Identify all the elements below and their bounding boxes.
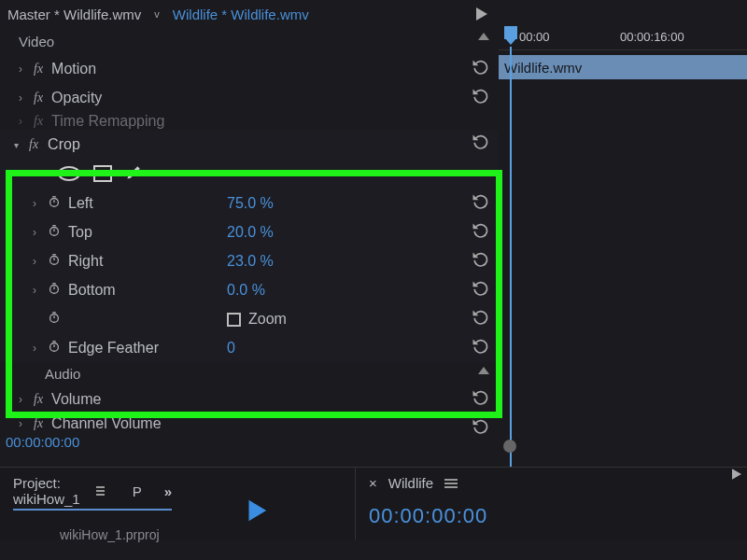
playhead-icon[interactable] xyxy=(504,26,517,39)
play-cursor-icon xyxy=(243,496,271,527)
panel-menu-icon[interactable] xyxy=(444,477,458,490)
fx-icon: fx xyxy=(29,137,38,152)
play-icon[interactable] xyxy=(476,7,487,24)
scroll-knob[interactable] xyxy=(503,440,516,453)
prop-zoom: › Zoom xyxy=(0,304,499,333)
effect-time-remapping[interactable]: › fx Time Remapping xyxy=(0,112,499,131)
stopwatch-icon[interactable] xyxy=(48,311,68,328)
tab-wildlife[interactable]: Wildlife xyxy=(388,475,433,491)
fx-icon: fx xyxy=(34,392,43,407)
caret-up-icon xyxy=(478,367,489,374)
stopwatch-icon[interactable] xyxy=(48,253,68,270)
source-timecode[interactable]: 00:00:00:00 xyxy=(369,504,734,528)
effect-opacity[interactable]: › fx Opacity xyxy=(0,83,499,112)
chevron-down-icon[interactable]: v xyxy=(154,8,160,20)
reset-icon[interactable] xyxy=(471,133,489,155)
overflow-icon[interactable]: » xyxy=(164,483,172,499)
prop-top: › Top 20.0 % xyxy=(0,217,499,246)
time-ruler[interactable]: 00:00 00:00:16:00 xyxy=(499,28,747,50)
rectangle-mask-icon[interactable] xyxy=(93,165,112,182)
chevron-right-icon[interactable]: › xyxy=(19,115,26,128)
chevron-right-icon[interactable]: › xyxy=(33,226,48,239)
value-edge-feather[interactable]: 0 xyxy=(227,340,235,357)
effect-channel-volume[interactable]: › fx Channel Volume xyxy=(0,413,499,434)
value-right[interactable]: 23.0 % xyxy=(227,253,274,270)
panel-menu-icon[interactable] xyxy=(96,484,105,497)
tab-clip[interactable]: Wildlife * Wildlife.wmv xyxy=(173,7,309,22)
ellipse-mask-icon[interactable] xyxy=(58,166,80,181)
reset-icon[interactable] xyxy=(471,58,489,80)
reset-icon[interactable] xyxy=(471,388,489,411)
section-video[interactable]: Video xyxy=(0,28,499,54)
stopwatch-icon[interactable] xyxy=(48,195,68,212)
reset-icon[interactable] xyxy=(471,337,489,359)
reset-icon[interactable] xyxy=(471,221,489,244)
prop-left: › Left 75.0 % xyxy=(0,189,499,217)
fx-icon: fx xyxy=(34,62,43,77)
effect-motion[interactable]: › fx Motion xyxy=(0,54,499,83)
chevron-right-icon[interactable]: › xyxy=(19,393,26,406)
reset-icon[interactable] xyxy=(471,250,489,273)
chevron-right-icon[interactable]: › xyxy=(33,284,48,297)
chevron-right-icon[interactable]: › xyxy=(33,197,48,210)
tab-project[interactable]: Project: wikiHow_1 P » xyxy=(13,475,172,511)
chevron-right-icon[interactable]: › xyxy=(33,342,48,355)
caret-up-icon xyxy=(478,33,489,40)
timecode[interactable]: 00:00:00:00 xyxy=(0,434,499,455)
prop-edge-feather: › Edge Feather 0 xyxy=(0,333,499,362)
zoom-checkbox[interactable]: Zoom xyxy=(227,311,287,328)
fx-icon: fx xyxy=(34,114,43,129)
fx-icon: fx xyxy=(34,416,43,431)
value-top[interactable]: 20.0 % xyxy=(227,224,274,241)
fx-icon: fx xyxy=(34,91,43,105)
tab-master[interactable]: Master * Wildlife.wmv xyxy=(7,7,141,22)
value-bottom[interactable]: 0.0 % xyxy=(227,282,265,299)
reset-icon[interactable] xyxy=(471,279,489,301)
project-item[interactable]: wikiHow_1.prproj xyxy=(60,527,276,542)
chevron-right-icon[interactable]: › xyxy=(19,63,26,76)
reset-icon[interactable] xyxy=(471,308,489,330)
reset-icon[interactable] xyxy=(471,417,489,434)
stopwatch-icon[interactable] xyxy=(48,340,68,357)
chevron-right-icon[interactable]: › xyxy=(33,255,48,268)
stopwatch-icon[interactable] xyxy=(48,282,68,299)
effect-crop[interactable]: ▾ fx Crop xyxy=(0,131,499,159)
chevron-right-icon[interactable]: › xyxy=(19,417,26,430)
pen-mask-icon[interactable] xyxy=(125,162,144,185)
tab-p[interactable]: P xyxy=(133,483,142,499)
clip-bar[interactable]: Wildlife.wmv xyxy=(499,55,747,79)
reset-icon[interactable] xyxy=(471,192,489,215)
section-audio[interactable]: Audio xyxy=(0,362,499,385)
svg-marker-0 xyxy=(476,7,487,21)
prop-bottom: › Bottom 0.0 % xyxy=(0,275,499,304)
value-left[interactable]: 75.0 % xyxy=(227,195,274,212)
chevron-down-icon[interactable]: ▾ xyxy=(14,140,29,150)
prop-right: › Right 23.0 % xyxy=(0,246,499,275)
playhead-line xyxy=(510,47,512,467)
chevron-right-icon[interactable]: › xyxy=(19,91,26,105)
close-icon[interactable]: × xyxy=(369,475,377,491)
reset-icon[interactable] xyxy=(471,87,489,109)
svg-marker-31 xyxy=(248,499,267,522)
stopwatch-icon[interactable] xyxy=(48,224,68,241)
effect-volume[interactable]: › fx Volume xyxy=(0,385,499,413)
